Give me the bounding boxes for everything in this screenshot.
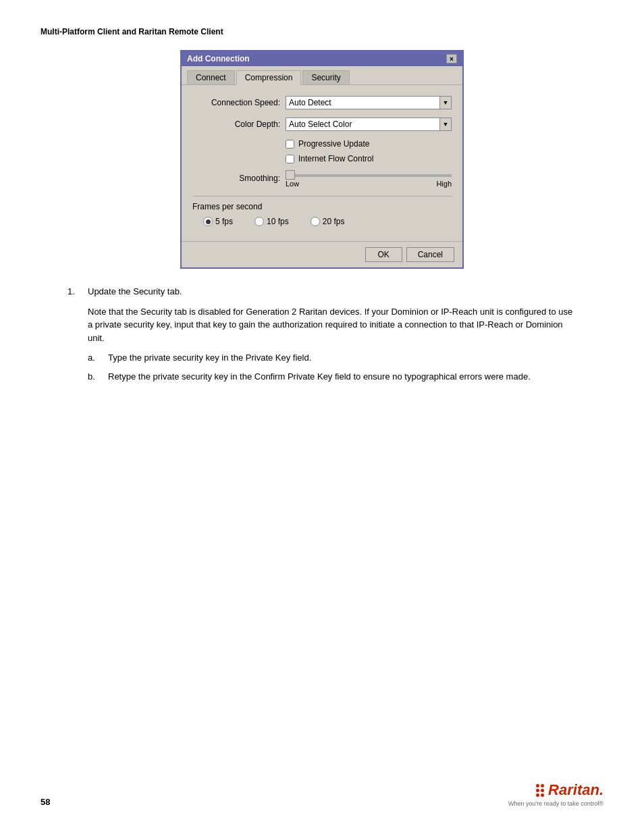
- progressive-update-row: Progressive Update: [286, 139, 452, 149]
- step-number: 1.: [68, 285, 88, 388]
- cancel-button[interactable]: Cancel: [406, 247, 454, 262]
- logo-dot-2: [541, 784, 544, 787]
- sub-step-b: b. Retype the private security key in th…: [88, 370, 576, 384]
- logo-area: Raritan. When you're ready to take contr…: [508, 781, 603, 807]
- ok-button[interactable]: OK: [365, 247, 402, 262]
- fps-title: Frames per second: [192, 202, 452, 211]
- color-depth-select-wrapper: Auto Select Color ▼: [286, 118, 452, 131]
- fps-radio-20[interactable]: [311, 217, 320, 226]
- fps-label-10: 10 fps: [267, 217, 289, 226]
- fps-radio-5[interactable]: [203, 217, 213, 226]
- tab-security[interactable]: Security: [302, 70, 349, 84]
- sub-text-a: Type the private security key in the Pri…: [108, 351, 311, 365]
- page-footer: 58 Raritan. When you're ready to take co…: [41, 781, 603, 807]
- step-paragraph: Note that the Security tab is disabled f…: [88, 305, 576, 345]
- internet-flow-control-checkbox[interactable]: [286, 155, 294, 163]
- tab-bar: Connect Compression Security: [182, 66, 462, 85]
- color-depth-row: Color Depth: Auto Select Color ▼: [192, 118, 452, 131]
- fps-option-20[interactable]: 20 fps: [311, 217, 345, 226]
- connection-speed-select-wrapper: Auto Detect ▼: [286, 96, 452, 109]
- fps-radio-10[interactable]: [254, 217, 264, 226]
- sub-label-a: a.: [88, 351, 108, 365]
- dialog-footer: OK Cancel: [182, 241, 462, 267]
- raritan-brand: Raritan.: [548, 781, 603, 799]
- logo-lines-icon: [536, 784, 544, 797]
- sub-step-a: a. Type the private security key in the …: [88, 351, 576, 365]
- slider-high-label: High: [436, 180, 452, 188]
- smoothing-row: Smoothing: Low High: [192, 169, 452, 188]
- logo-dot-5: [536, 793, 539, 797]
- internet-flow-control-label: Internet Flow Control: [298, 154, 373, 163]
- page-number: 58: [41, 797, 50, 807]
- smoothing-slider-thumb[interactable]: [286, 170, 295, 180]
- logo-dot-6: [541, 793, 544, 797]
- sub-label-b: b.: [88, 370, 108, 384]
- dialog-title: Add Connection: [187, 54, 250, 63]
- fps-label-20: 20 fps: [323, 217, 345, 226]
- logo-tagline: When you're ready to take control®: [508, 800, 603, 807]
- doc-body: 1. Update the Security tab. Note that th…: [41, 285, 603, 388]
- step-1: 1. Update the Security tab. Note that th…: [68, 285, 576, 388]
- slider-low-label: Low: [286, 180, 299, 188]
- logo-dot-4: [541, 789, 544, 792]
- fps-label-5: 5 fps: [215, 217, 233, 226]
- tab-connect[interactable]: Connect: [187, 70, 235, 84]
- internet-flow-control-row: Internet Flow Control: [286, 154, 452, 163]
- smoothing-slider-track: [286, 174, 452, 177]
- dialog-content: Connection Speed: Auto Detect ▼ Color De…: [182, 85, 462, 241]
- fps-option-10[interactable]: 10 fps: [254, 217, 289, 226]
- progressive-update-label: Progressive Update: [298, 139, 369, 149]
- smoothing-slider-wrapper: Low High: [286, 169, 452, 188]
- connection-speed-label: Connection Speed:: [192, 98, 280, 107]
- connection-speed-row: Connection Speed: Auto Detect ▼: [192, 96, 452, 109]
- connection-speed-select[interactable]: Auto Detect: [286, 96, 452, 109]
- close-button[interactable]: ×: [446, 54, 457, 63]
- logo-dot-1: [536, 784, 539, 787]
- tab-compression[interactable]: Compression: [236, 70, 302, 85]
- color-depth-label: Color Depth:: [192, 120, 280, 129]
- sub-steps: a. Type the private security key in the …: [88, 351, 576, 383]
- dialog-titlebar: Add Connection ×: [182, 51, 462, 66]
- fps-option-5[interactable]: 5 fps: [203, 217, 233, 226]
- smoothing-label: Smoothing:: [192, 174, 280, 183]
- step-content: Update the Security tab. Note that the S…: [88, 285, 576, 388]
- slider-labels: Low High: [286, 180, 452, 188]
- raritan-logo-icon: Raritan.: [536, 781, 603, 799]
- step-text: Update the Security tab.: [88, 285, 576, 298]
- add-connection-dialog: Add Connection × Connect Compression Sec…: [180, 50, 464, 269]
- sub-text-b: Retype the private security key in the C…: [108, 370, 531, 384]
- color-depth-select[interactable]: Auto Select Color: [286, 118, 452, 131]
- fps-section: Frames per second 5 fps 10 fps 20 fps: [192, 196, 452, 226]
- logo-dot-3: [536, 789, 539, 792]
- page-header: Multi-Platform Client and Raritan Remote…: [41, 27, 603, 36]
- fps-options: 5 fps 10 fps 20 fps: [203, 217, 452, 226]
- progressive-update-checkbox[interactable]: [286, 140, 294, 149]
